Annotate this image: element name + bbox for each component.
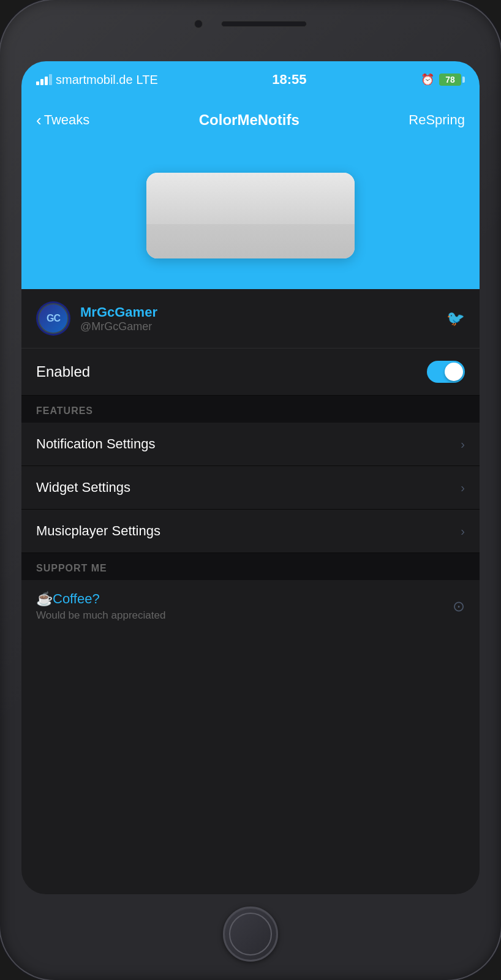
enabled-toggle[interactable]: [427, 361, 465, 383]
carrier-label: smartmobil.de: [56, 73, 133, 87]
back-button[interactable]: ‹ Tweaks: [36, 111, 89, 130]
avatar-initials: GC: [47, 313, 60, 324]
notification-settings-label: Notification Settings: [36, 436, 155, 452]
coffee-row[interactable]: ☕Coffee? Would be much appreciated ⊙: [21, 580, 480, 633]
avatar: GC: [36, 301, 70, 336]
screen: smartmobil.de LTE 18:55 ⏰ 78 ‹ Tweaks Co…: [21, 61, 480, 894]
phone-frame: smartmobil.de LTE 18:55 ⏰ 78 ‹ Tweaks Co…: [0, 0, 501, 980]
battery-tip: [462, 77, 465, 83]
content-area: GC MrGcGamer @MrGcGamer 🐦 Enabled: [21, 289, 480, 894]
top-notch: [194, 20, 307, 28]
chevron-right-icon: ›: [461, 524, 465, 538]
user-text: MrGcGamer @MrGcGamer: [80, 304, 157, 333]
features-section-header: FEATURES: [21, 396, 480, 423]
time-label: 18:55: [272, 72, 306, 88]
widget-settings-row[interactable]: Widget Settings ›: [21, 466, 480, 510]
support-section-header: SUPPORT ME: [21, 553, 480, 580]
camera-dot: [194, 20, 203, 28]
enabled-toggle-row: Enabled: [21, 349, 480, 396]
speaker-grill: [221, 21, 307, 27]
home-button-area: [223, 907, 278, 962]
musicplayer-settings-label: Musicplayer Settings: [36, 523, 160, 539]
status-bar: smartmobil.de LTE 18:55 ⏰ 78: [21, 61, 480, 98]
home-button-inner: [229, 913, 272, 956]
navigation-bar: ‹ Tweaks ColorMeNotifs ReSpring: [21, 98, 480, 142]
nav-title: ColorMeNotifs: [199, 111, 299, 129]
enabled-label: Enabled: [36, 363, 90, 380]
signal-icon: [36, 74, 52, 85]
compass-icon: ⊙: [453, 598, 465, 615]
user-card: GC MrGcGamer @MrGcGamer 🐦: [21, 289, 480, 349]
widget-settings-label: Widget Settings: [36, 480, 130, 496]
status-right: ⏰ 78: [421, 73, 465, 86]
support-title: SUPPORT ME: [36, 563, 107, 573]
username: MrGcGamer: [80, 304, 157, 320]
back-arrow-icon: ‹: [36, 111, 42, 130]
status-left: smartmobil.de LTE: [36, 73, 158, 87]
battery-indicator: 78: [439, 74, 465, 86]
chevron-right-icon: ›: [461, 481, 465, 495]
notification-settings-row[interactable]: Notification Settings ›: [21, 423, 480, 466]
notification-widget-preview: [146, 173, 355, 258]
user-info: GC MrGcGamer @MrGcGamer: [36, 301, 157, 336]
coffee-content: ☕Coffee? Would be much appreciated: [36, 591, 165, 622]
battery-level: 78: [439, 74, 461, 86]
musicplayer-settings-row[interactable]: Musicplayer Settings ›: [21, 510, 480, 553]
coffee-subtitle: Would be much appreciated: [36, 609, 165, 622]
alarm-icon: ⏰: [421, 73, 434, 86]
home-button[interactable]: [223, 907, 278, 962]
hero-area: [21, 142, 480, 289]
network-label: LTE: [137, 73, 158, 87]
chevron-right-icon: ›: [461, 437, 465, 451]
coffee-title: ☕Coffee?: [36, 591, 165, 607]
widget-bottom: [146, 224, 355, 258]
respring-button[interactable]: ReSpring: [409, 112, 465, 128]
twitter-icon[interactable]: 🐦: [446, 310, 465, 327]
user-handle: @MrGcGamer: [80, 320, 157, 333]
widget-top: [146, 173, 355, 224]
features-title: FEATURES: [36, 405, 93, 416]
back-label: Tweaks: [44, 112, 90, 128]
toggle-knob: [445, 363, 463, 381]
